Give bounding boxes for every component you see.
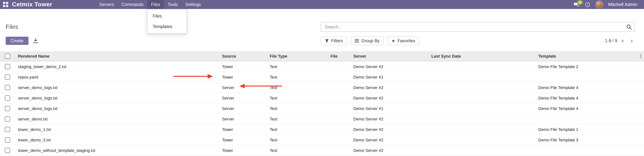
column-options-icon[interactable]: ⋮ (638, 54, 643, 59)
cell-source[interactable]: Server (219, 114, 267, 124)
cell-server[interactable]: Demo Server #2 (350, 135, 428, 145)
cell-file-type[interactable]: Text (267, 135, 328, 145)
cell-source[interactable]: Tower (219, 135, 267, 145)
cell-file-type[interactable]: Text (267, 93, 328, 103)
app-brand[interactable]: Cetmix Tower (12, 1, 52, 8)
cell-rendered-name[interactable]: tower_demo_3.txt (15, 135, 219, 145)
table-row[interactable]: server_demo_logs.txtServerTextDemo Serve… (0, 103, 644, 114)
cell-template[interactable]: Demo File Template 4 (535, 93, 638, 103)
col-file[interactable]: File (328, 51, 350, 61)
user-name[interactable]: Mitchell Admin (608, 2, 637, 7)
cell-template[interactable]: Demo File Template 2 (535, 61, 638, 72)
cell-template[interactable] (535, 114, 638, 124)
cell-source[interactable]: Server (219, 93, 267, 103)
cell-file[interactable] (328, 135, 350, 145)
row-checkbox[interactable] (5, 106, 10, 111)
cell-rendered-name[interactable]: staging_tower_demo_2.txt (15, 61, 219, 72)
col-last-sync-date[interactable]: Last Sync Date (428, 51, 535, 61)
messages-button[interactable]: 4 (573, 2, 579, 7)
cell-file-type[interactable]: Text (267, 145, 328, 156)
cell-server[interactable]: Demo Server #2 (350, 124, 428, 135)
cell-rendered-name[interactable]: repos.yaml (15, 72, 219, 82)
cell-rendered-name[interactable]: tower_demo_without_template_staging.txt (15, 145, 219, 156)
row-checkbox[interactable] (5, 64, 10, 69)
cell-last-sync-date[interactable] (428, 145, 535, 156)
cell-last-sync-date[interactable] (428, 82, 535, 93)
table-row[interactable]: repos.yamlTowerTextDemo Server #1 (0, 72, 644, 82)
cell-template[interactable] (535, 72, 638, 82)
cell-last-sync-date[interactable] (428, 61, 535, 72)
menu-commands[interactable]: Commands (118, 0, 148, 9)
table-row[interactable]: tower_demo_1.txtTowerTextDemo Server #2D… (0, 124, 644, 135)
cell-source[interactable]: Server (219, 82, 267, 93)
search-input[interactable] (321, 22, 635, 32)
cell-server[interactable]: Demo Server #2 (350, 145, 428, 156)
cell-last-sync-date[interactable] (428, 103, 535, 114)
table-row[interactable]: server_demo_logs.txtServerTextDemo Serve… (0, 82, 644, 93)
cell-rendered-name[interactable]: tower_demo_1.txt (15, 124, 219, 135)
cell-template[interactable]: Demo File Template 1 (535, 124, 638, 135)
row-checkbox[interactable] (5, 116, 10, 121)
row-checkbox[interactable] (5, 148, 10, 153)
cell-rendered-name[interactable]: server_demo_logs.txt (15, 82, 219, 93)
pager-previous-button[interactable]: ‹ (620, 37, 626, 44)
cell-source[interactable]: Tower (219, 61, 267, 72)
cell-file[interactable] (328, 124, 350, 135)
menu-settings[interactable]: Settings (182, 0, 204, 9)
cell-file-type[interactable]: Text (267, 103, 328, 114)
cell-last-sync-date[interactable] (428, 114, 535, 124)
create-button[interactable]: Create (6, 37, 28, 45)
cell-last-sync-date[interactable] (428, 135, 535, 145)
row-checkbox[interactable] (5, 74, 10, 79)
col-file-type[interactable]: File Type (267, 51, 328, 61)
cell-file[interactable] (328, 82, 350, 93)
col-template[interactable]: Template (535, 51, 638, 61)
cell-rendered-name[interactable]: server_demo_logs.txt (15, 103, 219, 114)
cell-file-type[interactable]: Text (267, 124, 328, 135)
cell-server[interactable]: Demo Server #2 (350, 93, 428, 103)
cell-rendered-name[interactable]: server_demo_logs.txt (15, 93, 219, 103)
cell-file-type[interactable]: Text (267, 61, 328, 72)
cell-last-sync-date[interactable] (428, 124, 535, 135)
cell-template[interactable]: Demo File Template 4 (535, 82, 638, 93)
cell-file-type[interactable]: Text (267, 72, 328, 82)
cell-server[interactable]: Demo Server #2 (350, 82, 428, 93)
table-row[interactable]: staging_tower_demo_2.txtTowerTextDemo Se… (0, 61, 644, 72)
dropdown-item-files[interactable]: Files (148, 11, 186, 21)
pager-next-button[interactable]: › (628, 37, 635, 44)
favorites-button[interactable]: ★ Favorites (388, 36, 419, 45)
cell-server[interactable]: Demo Server #1 (350, 72, 428, 82)
cell-file[interactable] (328, 61, 350, 72)
activities-button[interactable] (584, 2, 590, 7)
menu-servers[interactable]: Servers (96, 0, 118, 9)
cell-file-type[interactable]: Text (267, 82, 328, 93)
select-all-checkbox[interactable] (5, 54, 10, 59)
user-avatar[interactable] (596, 1, 603, 8)
cell-server[interactable]: Demo Server #2 (350, 61, 428, 72)
cell-source[interactable]: Tower (219, 72, 267, 82)
cell-last-sync-date[interactable] (428, 93, 535, 103)
cell-file[interactable] (328, 72, 350, 82)
table-row[interactable]: server_demo_logs.txtServerTextDemo Serve… (0, 93, 644, 103)
cell-server[interactable]: Demo Server #2 (350, 114, 428, 124)
table-row[interactable]: server_demo.txtServerTextDemo Server #2 (0, 114, 644, 124)
cell-file[interactable] (328, 93, 350, 103)
row-checkbox[interactable] (5, 85, 10, 90)
download-button[interactable] (33, 38, 38, 43)
table-row[interactable]: tower_demo_without_template_staging.txtT… (0, 145, 644, 156)
cell-template[interactable] (535, 145, 638, 156)
cell-last-sync-date[interactable] (428, 72, 535, 82)
cell-template[interactable]: Demo File Template 4 (535, 103, 638, 114)
cell-file[interactable] (328, 103, 350, 114)
row-checkbox[interactable] (5, 137, 10, 142)
cell-file-type[interactable]: Text (267, 114, 328, 124)
menu-files[interactable]: Files (148, 0, 164, 9)
cell-file[interactable] (328, 145, 350, 156)
col-server[interactable]: Server (350, 51, 428, 61)
table-row[interactable]: tower_demo_3.txtTowerTextDemo Server #2D… (0, 135, 644, 145)
cell-source[interactable]: Server (219, 103, 267, 114)
col-rendered-name[interactable]: Rendered Name (15, 51, 219, 61)
cell-template[interactable]: Demo File Template 3 (535, 135, 638, 145)
row-checkbox[interactable] (5, 127, 10, 132)
cell-rendered-name[interactable]: server_demo.txt (15, 114, 219, 124)
